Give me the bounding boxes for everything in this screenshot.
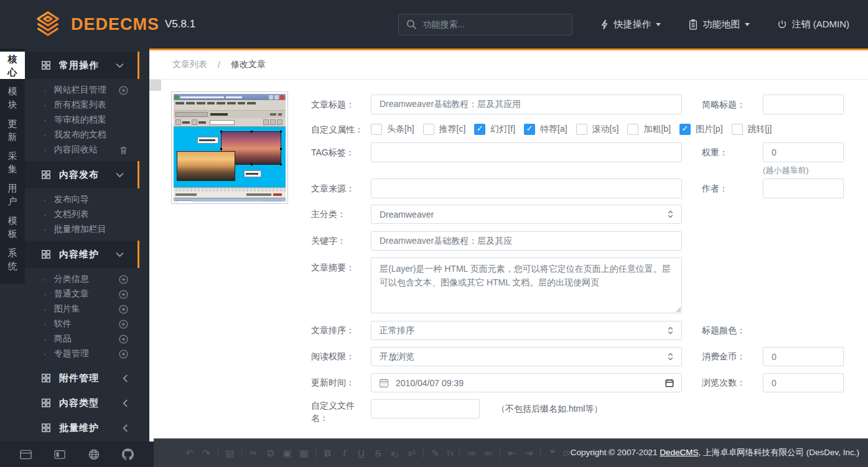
browser-window-button[interactable] — [20, 450, 32, 460]
format-brush-icon[interactable]: ✎ — [429, 448, 441, 459]
author-input[interactable] — [763, 178, 844, 198]
custom-filename-input[interactable] — [371, 399, 480, 418]
subscript-icon[interactable]: x₂ — [389, 448, 401, 458]
article-sort-label: 文章排序： — [311, 321, 355, 340]
weight-input[interactable] — [763, 142, 844, 162]
function-search[interactable] — [398, 14, 572, 35]
attr-picture-checkbox[interactable]: 图片[p] — [679, 124, 723, 135]
breadcrumb-article-list[interactable]: 文章列表 — [172, 59, 207, 70]
outdent-icon[interactable]: ⇤ — [506, 448, 518, 459]
strikethrough-icon[interactable]: S — [372, 448, 384, 458]
paste-word-icon[interactable]: ▦ — [298, 448, 310, 459]
plus-circle-icon[interactable] — [119, 275, 128, 284]
attr-slide-checkbox[interactable]: 幻灯[f] — [474, 124, 515, 135]
rail-tab-templates[interactable]: 模板 — [0, 213, 25, 241]
update-time-picker[interactable]: 2010/04/07 09:39 — [371, 373, 682, 392]
dedecms-link[interactable]: DedeCMS — [660, 448, 698, 457]
function-map-menu[interactable]: 功能地图 — [688, 19, 750, 30]
sidebar-layout-button[interactable] — [54, 450, 65, 460]
sidebar-section-content-maintain[interactable]: 内容维护 — [25, 241, 139, 268]
calendar-picker-icon[interactable] — [665, 379, 674, 387]
rail-tab-core[interactable]: 核心 — [0, 52, 25, 79]
checkbox — [371, 124, 382, 135]
attr-bold-checkbox[interactable]: 加粗[b] — [627, 124, 671, 135]
keywords-input[interactable] — [371, 231, 682, 251]
sidebar-section-content-types[interactable]: 内容类型 — [25, 391, 149, 415]
attr-recommend-checkbox[interactable]: 推荐[c] — [423, 124, 466, 135]
short-title-input[interactable] — [763, 95, 844, 114]
indent-icon[interactable]: ⇥ — [523, 448, 534, 459]
italic-icon[interactable]: I — [338, 448, 350, 458]
sidebar-section-common-operations[interactable]: 常用操作 — [25, 52, 139, 79]
sidebar-item-image-gallery[interactable]: ·图片集 — [25, 302, 149, 317]
cut-icon[interactable]: ✂ — [248, 448, 259, 459]
sidebar-item-all-archives-list[interactable]: ·所有档案列表 — [25, 98, 149, 113]
superscript-icon[interactable]: x² — [406, 448, 418, 458]
sidebar-item-pending-review-archives[interactable]: ·等审核的档案 — [25, 113, 149, 127]
copy-icon[interactable]: ⧉ — [264, 448, 276, 459]
sidebar-item-batch-add-category[interactable]: ·批量增加栏目 — [25, 222, 149, 237]
remove-format-icon[interactable]: Tx — [446, 450, 454, 457]
globe-button[interactable] — [88, 449, 100, 460]
rail-tab-users[interactable]: 用户 — [0, 181, 25, 208]
thumbnail-canvas — [174, 127, 286, 187]
article-thumbnail — [171, 91, 288, 204]
quick-actions-menu[interactable]: 快捷操作 — [600, 19, 661, 30]
ordered-list-icon[interactable]: ≔ — [465, 448, 477, 459]
plus-circle-icon[interactable] — [119, 320, 128, 329]
sidebar-item-normal-article[interactable]: ·普通文章 — [25, 287, 149, 302]
search-input[interactable] — [423, 19, 554, 29]
rail-tab-modules[interactable]: 模块 — [0, 84, 25, 111]
article-title-input[interactable] — [371, 95, 682, 114]
unordered-list-icon[interactable]: ≕ — [482, 448, 494, 459]
sidebar-item-software[interactable]: ·软件 — [25, 317, 149, 331]
main-category-select[interactable]: Dreamweaver — [371, 205, 682, 224]
custom-attributes-group: 头条[h] 推荐[c] 幻灯[f] 特荐[a] 滚动[s] 加粗[b] 图片[p… — [371, 124, 772, 135]
tag-input[interactable] — [371, 142, 682, 162]
rail-tab-update[interactable]: 更新 — [0, 116, 25, 144]
title-color-swatch[interactable] — [149, 80, 161, 91]
sidebar-section-batch-maintain[interactable]: 批量维护 — [25, 416, 149, 440]
sidebar-item-classified-info[interactable]: ·分类信息 — [25, 272, 149, 287]
github-button[interactable] — [122, 448, 134, 460]
plus-circle-icon[interactable] — [119, 335, 128, 344]
bold-icon[interactable]: B — [322, 448, 334, 458]
attr-jump-checkbox[interactable]: 跳转[j] — [732, 124, 772, 135]
underline-icon[interactable]: U — [355, 448, 367, 458]
source-document-icon[interactable]: ▤ — [224, 448, 236, 459]
rail-tab-collect[interactable]: 采集 — [0, 149, 25, 176]
sidebar-section-attachment-manage[interactable]: 附件管理 — [25, 366, 149, 390]
attr-headline-checkbox[interactable]: 头条[h] — [371, 124, 414, 135]
blockquote-icon[interactable]: ❝ — [546, 448, 558, 459]
rail-tab-system[interactable]: 系统 — [0, 246, 25, 273]
plus-circle-icon[interactable] — [119, 290, 128, 299]
sidebar-item-product[interactable]: ·商品 — [25, 331, 149, 346]
plus-circle-icon[interactable] — [119, 86, 128, 95]
dedecms-logo-icon — [34, 10, 62, 39]
views-input[interactable] — [763, 373, 844, 392]
sidebar-item-document-list[interactable]: ·文档列表 — [25, 207, 149, 222]
article-source-input[interactable] — [371, 178, 682, 198]
read-access-label: 阅读权限： — [311, 347, 355, 366]
undo-icon[interactable]: ↶ — [184, 448, 195, 459]
attr-special-checkbox[interactable]: 特荐[a] — [524, 124, 567, 135]
sidebar-item-my-published-docs[interactable]: ·我发布的文档 — [25, 127, 149, 142]
plus-circle-icon[interactable] — [119, 349, 128, 359]
redo-icon[interactable]: ↷ — [200, 448, 212, 459]
sidebar-item-topic-manage[interactable]: ·专题管理 — [25, 346, 149, 361]
logout-button[interactable]: 注销 (ADMIN) — [777, 19, 850, 30]
plus-circle-icon[interactable] — [119, 305, 128, 314]
paste-icon[interactable]: ▣ — [281, 448, 293, 459]
read-access-select[interactable]: 开放浏览 — [371, 347, 682, 366]
sidebar-item-publish-wizard[interactable]: ·发布向导 — [25, 192, 149, 207]
attr-scroll-checkbox[interactable]: 滚动[s] — [576, 124, 619, 135]
sidebar-item-site-category-manage[interactable]: ·网站栏目管理 — [25, 83, 149, 98]
sidebar-section-content-publish[interactable]: 内容发布 — [25, 161, 139, 188]
summary-textarea[interactable]: 层(Layer)是一种 HTML 页面元素，您可以将它定位在页面上的任意位置。层… — [371, 257, 682, 313]
brand-logo[interactable]: DEDECMS V5.8.1 — [34, 10, 195, 39]
coins-input[interactable] — [763, 347, 844, 366]
grid-icon — [42, 170, 50, 179]
article-sort-select[interactable]: 正常排序 — [371, 321, 682, 340]
trash-icon[interactable] — [119, 146, 128, 155]
sidebar-item-content-recycle-bin[interactable]: ·内容回收站 — [25, 142, 149, 157]
